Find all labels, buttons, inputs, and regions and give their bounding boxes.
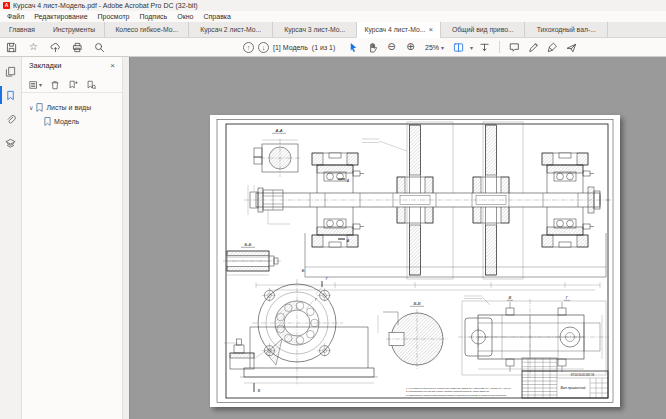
chevron-down-icon[interactable]: ▾: [470, 44, 473, 51]
zoom-level-dropdown[interactable]: 25% ▾: [422, 43, 447, 52]
bookmark-options-icon[interactable]: ▾: [29, 80, 42, 90]
acrobat-window: A Курсач 4 лист-Модель.pdf - Adobe Acrob…: [0, 0, 666, 419]
menu-file[interactable]: Файл: [2, 13, 29, 20]
window-title: Курсач 4 лист-Модель.pdf - Adobe Acrobat…: [13, 2, 198, 9]
view-b-label: Б: [302, 268, 305, 273]
doc-tab-label: Курсач 4 лист-Мо...: [364, 26, 425, 33]
section-aa-view: А-А: [254, 128, 300, 177]
bookmark-item-model[interactable]: Модель: [29, 114, 122, 128]
section-bb-label: Б-Б: [245, 242, 252, 247]
main-toolbar: ☆ ↑ ↓ [1] Модель (1 из 1) ⊖ ⊕ 25% ▾: [0, 38, 666, 57]
page-view-icon[interactable]: [451, 40, 466, 55]
title-block-code: КП.02.05.00.000 СБ: [571, 373, 595, 377]
bookmark-flag-icon: [36, 103, 43, 112]
content-area: Закладки × ▾ ∨ Листы и виды: [0, 57, 666, 419]
previous-page-button[interactable]: ↑: [243, 42, 254, 53]
section-vv-label: В-В: [414, 301, 421, 306]
tab-home[interactable]: Главная: [0, 22, 44, 37]
zoom-out-icon[interactable]: ⊖: [384, 40, 399, 55]
next-page-button[interactable]: ↓: [258, 42, 269, 53]
print-icon[interactable]: [70, 40, 85, 55]
panel-resize-handle[interactable]: [122, 57, 130, 419]
bookmark-item-sheets[interactable]: ∨ Листы и виды: [29, 100, 122, 114]
pdf-page: А-А: [210, 115, 620, 407]
tab-close-icon[interactable]: ×: [428, 25, 433, 34]
close-icon[interactable]: ×: [110, 61, 115, 70]
doc-tab-label: Курсач 3 лист-Мо...: [284, 26, 345, 33]
star-icon[interactable]: ☆: [26, 40, 41, 55]
page-indicator[interactable]: [1] Модель: [273, 44, 308, 51]
menu-help[interactable]: Справка: [199, 13, 236, 20]
menu-window[interactable]: Окно: [172, 13, 198, 20]
note-line: 2. Подшипники качения при сборке смазать…: [406, 390, 490, 392]
view-g-flag-label: Г: [326, 276, 329, 281]
zoom-level-value: 25%: [425, 44, 439, 51]
doc-tab-2[interactable]: Курсач 2 лист-Мо...: [188, 22, 272, 37]
section-vv-view: В-В: [378, 301, 448, 369]
fill-sign-icon[interactable]: [545, 40, 560, 55]
cut-arrow-a-label: А: [346, 179, 350, 183]
engineering-drawing: А-А: [210, 115, 620, 407]
doc-tab-5[interactable]: Общий вид приво...: [440, 22, 524, 37]
title-block: КП.02.05.00.000 СБ Вал приводной: [522, 358, 608, 398]
send-share-icon[interactable]: [564, 40, 579, 55]
doc-tab-4-active[interactable]: Курсач 4 лист-Мо... ×: [356, 22, 440, 38]
menu-bar: Файл Редактирование Просмотр Подпись Окн…: [0, 11, 666, 22]
tree-caret-icon[interactable]: ∨: [29, 104, 33, 111]
tab-tools[interactable]: Инструменты: [44, 22, 104, 37]
pencil-icon[interactable]: [526, 40, 541, 55]
chevron-down-icon: ▾: [441, 44, 444, 51]
section-aa-label: А-А: [275, 128, 283, 133]
doc-tab-3[interactable]: Курсач 3 лист-Мо...: [272, 22, 356, 37]
delete-bookmark-icon[interactable]: [50, 80, 60, 90]
cut-arrow-a-label: А: [346, 239, 350, 243]
menu-edit[interactable]: Редактирование: [29, 13, 92, 20]
doc-tab-label: Тихоходный вал-...: [537, 26, 596, 33]
layers-icon[interactable]: [0, 131, 21, 155]
doc-tab-1[interactable]: Колесо гибкое-Мо...: [104, 22, 188, 37]
bearing-unit-front-view: Б: [224, 268, 378, 393]
fit-width-icon[interactable]: [477, 40, 492, 55]
acrobat-logo-icon: A: [3, 2, 10, 9]
bookmarks-panel: Закладки × ▾ ∨ Листы и виды: [22, 57, 122, 419]
bookmark-label: Модель: [54, 118, 79, 125]
menu-view[interactable]: Просмотр: [93, 13, 135, 20]
section-bb-view: Б-Б: [223, 242, 281, 275]
title-block-name: Вал приводной: [560, 386, 585, 390]
menu-sign[interactable]: Подпись: [135, 13, 173, 20]
window-titlebar: A Курсач 4 лист-Модель.pdf - Adobe Acrob…: [0, 0, 666, 11]
note-line: 3. Сопрягаемые поверхности деталей покры…: [406, 394, 507, 396]
bookmarks-panel-icon[interactable]: [0, 83, 21, 107]
chevron-down-icon: ▾: [39, 81, 42, 88]
bookmarks-tree: ∨ Листы и виды Модель: [22, 93, 122, 128]
bookmark-flag-icon: [44, 117, 51, 126]
page-count: (1 из 1): [312, 44, 335, 51]
attachments-icon[interactable]: [0, 107, 21, 131]
view-v-flag-label: В: [258, 389, 261, 393]
zoom-in-icon[interactable]: ⊕: [403, 40, 418, 55]
select-tool-icon[interactable]: [346, 40, 361, 55]
hand-tool-icon[interactable]: [365, 40, 380, 55]
save-icon[interactable]: [4, 40, 19, 55]
technical-notes: 1. Неуказанные предельные отклонения раз…: [406, 387, 511, 396]
document-canvas[interactable]: А-А: [130, 57, 666, 419]
housing-top-view: В Г: [458, 295, 609, 377]
plan-v-label: В: [509, 295, 512, 300]
tab-bar: Главная Инструменты Колесо гибкое-Мо... …: [0, 22, 666, 38]
toolbar-divider: [499, 41, 500, 53]
find-bookmark-icon[interactable]: [86, 80, 96, 90]
plan-g-label: Г: [566, 295, 569, 300]
share-cloud-icon[interactable]: [48, 40, 63, 55]
main-assembly-view: А А: [244, 122, 611, 290]
search-icon[interactable]: [92, 40, 107, 55]
comment-icon[interactable]: [507, 40, 522, 55]
bookmark-label: Листы и виды: [46, 104, 91, 111]
navigation-rail: [0, 57, 22, 419]
doc-tab-label: Общий вид приво...: [452, 26, 514, 33]
doc-tab-6[interactable]: Тихоходный вал-...: [524, 22, 608, 37]
doc-tab-label: Колесо гибкое-Мо...: [115, 26, 178, 33]
add-bookmark-icon[interactable]: [68, 80, 78, 90]
page-thumbnails-icon[interactable]: [0, 59, 21, 83]
panel-title: Закладки: [29, 61, 61, 70]
doc-tab-label: Курсач 2 лист-Мо...: [200, 26, 261, 33]
